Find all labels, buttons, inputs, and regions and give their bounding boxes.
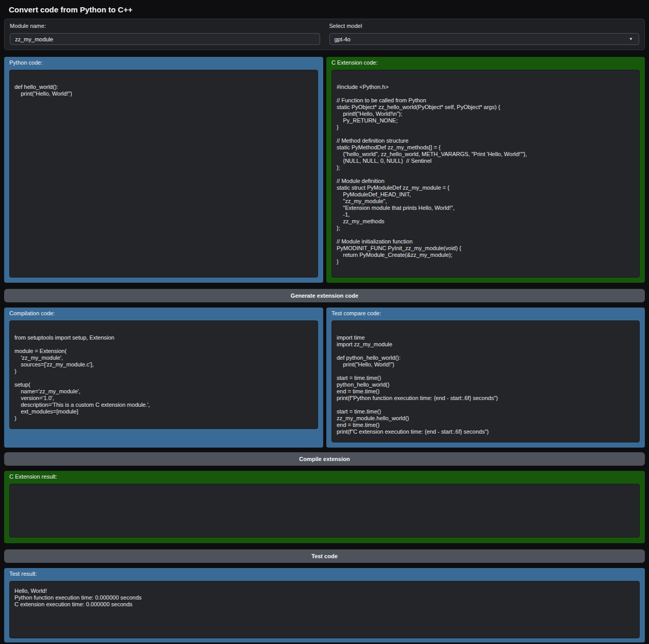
model-select-value: gpt-4o (335, 36, 351, 42)
app-container: Convert code from Python to C++ Module n… (0, 0, 649, 642)
test-result-panel: Test result: Hello, World! Python functi… (4, 568, 645, 642)
compilation-code-label: Compilation code: (9, 310, 318, 318)
c-extension-code-panel: C Extension code: #include <Python.h> //… (326, 57, 645, 283)
page-title: Convert code from Python to C++ (4, 0, 645, 14)
model-select-group: Select model gpt-4o ▼ (329, 23, 640, 45)
c-extension-result-textarea[interactable] (9, 484, 640, 538)
settings-group: Module name: Select model gpt-4o ▼ (4, 19, 645, 50)
test-compare-code-textarea[interactable]: import time import zz_my_module def pyth… (331, 320, 640, 442)
model-select-label: Select model (329, 23, 640, 29)
c-extension-code-textarea[interactable]: #include <Python.h> // Function to be ca… (331, 70, 640, 278)
module-name-input[interactable] (10, 33, 320, 45)
c-extension-code-label: C Extension code: (331, 59, 640, 68)
model-select[interactable]: gpt-4o ▼ (329, 33, 640, 45)
compilation-code-textarea[interactable]: from setuptools import setup, Extension … (9, 320, 318, 429)
module-name-label: Module name: (10, 23, 320, 29)
test-result-textarea[interactable]: Hello, World! Python function execution … (9, 581, 640, 638)
generate-extension-code-button[interactable]: Generate extension code (4, 289, 645, 302)
test-compare-code-label: Test compare code: (331, 310, 640, 318)
c-extension-result-panel: C Extension result: (4, 471, 645, 543)
chevron-down-icon: ▼ (629, 37, 633, 41)
python-code-textarea[interactable]: def hello_world(): print("Hello, World!"… (9, 70, 318, 278)
test-code-button[interactable]: Test code (4, 549, 645, 563)
test-compare-code-panel: Test compare code: import time import zz… (326, 308, 645, 448)
c-extension-result-label: C Extension result: (9, 473, 640, 482)
compile-test-row: Compilation code: from setuptools import… (4, 308, 645, 448)
code-row: Python code: def hello_world(): print("H… (4, 57, 645, 283)
compile-extension-button[interactable]: Compile extension (4, 452, 645, 466)
python-code-panel: Python code: def hello_world(): print("H… (4, 57, 323, 283)
compilation-code-panel: Compilation code: from setuptools import… (4, 308, 323, 448)
python-code-label: Python code: (9, 59, 318, 68)
test-result-label: Test result: (9, 571, 640, 579)
module-name-field-group: Module name: (10, 23, 320, 45)
